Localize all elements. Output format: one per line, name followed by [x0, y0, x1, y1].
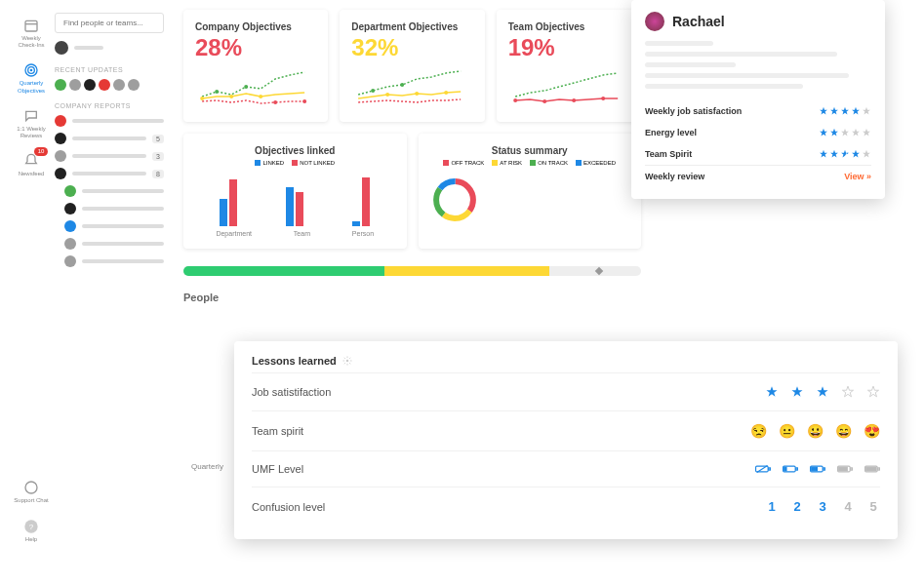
status-summary-card[interactable]: Status summary OFF TRACK AT RISK ON TRAC… [419, 134, 642, 249]
bar [296, 192, 303, 226]
svg-point-16 [400, 83, 404, 87]
donut-chart [430, 176, 479, 224]
tree-item[interactable] [64, 238, 164, 250]
nav-help[interactable]: ? Help [21, 515, 41, 547]
star-icon [840, 149, 850, 159]
star-icon[interactable] [816, 385, 829, 399]
emoji-sad-icon[interactable]: 😒 [750, 423, 767, 439]
svg-rect-0 [25, 20, 37, 31]
star-icon[interactable] [841, 385, 855, 399]
placeholder-line [82, 207, 164, 211]
svg-rect-39 [851, 468, 853, 470]
nav-weekly-reviews[interactable]: 1:1 Weekly Reviews [12, 104, 51, 143]
bar [220, 199, 227, 226]
emoji-hearteyes-icon[interactable]: 😍 [864, 423, 880, 439]
department-objectives-card[interactable]: Department Objectives 32% [340, 10, 484, 122]
rating-1[interactable]: 1 [765, 499, 779, 514]
objectives-linked-card[interactable]: Objectives linked LINKED NOT LINKED Depa… [183, 134, 407, 249]
svg-point-23 [601, 97, 605, 100]
star-icon[interactable] [866, 385, 880, 399]
bar-label: Department [216, 230, 252, 237]
nav-quarterly-objectives[interactable]: Quarterly Objectives [12, 58, 51, 98]
tree-item[interactable]: 3 [55, 150, 164, 162]
avatar [64, 255, 76, 267]
nav-support-chat[interactable]: Support Chat [12, 476, 50, 508]
legend-item: NOT LINKED [292, 160, 335, 166]
emoji-smile-icon[interactable]: 😀 [807, 423, 824, 439]
legend: OFF TRACK AT RISK ON TRACK EXCEEDED [430, 160, 630, 166]
avatar[interactable] [128, 79, 140, 91]
team-objectives-card[interactable]: Team Objectives 19% [497, 10, 641, 122]
view-link[interactable]: View » [844, 172, 871, 181]
star-icon [829, 149, 839, 159]
svg-point-18 [415, 92, 419, 96]
legend-item: AT RISK [492, 160, 522, 166]
tree-item[interactable]: 5 [55, 133, 164, 144]
star-icon [840, 106, 850, 116]
legend-color [443, 160, 449, 166]
avatar [64, 185, 76, 197]
nav-label: Support Chat [14, 497, 48, 504]
emoji-rating[interactable]: 😒 😐 😀 😄 😍 [750, 423, 880, 439]
avatar[interactable] [69, 79, 81, 91]
lessons-title-text: Lessons learned [252, 355, 337, 367]
rating-3[interactable]: 3 [816, 499, 829, 514]
tree-item[interactable]: 8 [55, 168, 164, 179]
gear-icon[interactable] [342, 356, 352, 366]
placeholder-line [645, 41, 713, 46]
chat-icon [23, 108, 39, 124]
card-percent: 28% [195, 34, 316, 61]
nav-weekly-checkins[interactable]: Weekly Check-Ins [12, 14, 51, 53]
battery-mid-icon[interactable] [810, 464, 825, 474]
bar [229, 179, 237, 226]
popup-metric-row: Weekly job satisfaction [645, 100, 871, 122]
svg-point-17 [385, 93, 389, 97]
battery-rating[interactable] [755, 464, 880, 474]
person-row[interactable] [55, 41, 164, 55]
battery-empty-icon[interactable] [755, 464, 771, 474]
popup-review-row: Weekly review View » [645, 165, 871, 187]
star-icon[interactable] [765, 385, 779, 399]
battery-high-icon[interactable] [837, 464, 853, 474]
main-content: Company Objectives 28% Department Object… [183, 10, 641, 303]
svg-point-10 [259, 95, 262, 98]
battery-low-icon[interactable] [783, 464, 798, 474]
tree-item[interactable] [55, 115, 164, 127]
emoji-neutral-icon[interactable]: 😐 [779, 423, 795, 439]
rating-4[interactable]: 4 [841, 499, 855, 514]
popup-header: Rachael [645, 12, 871, 31]
star-icon[interactable] [790, 385, 804, 399]
tree-item[interactable] [64, 220, 164, 232]
placeholder-line [82, 189, 164, 193]
nav-label: Weekly Check-Ins [14, 35, 49, 49]
badge: 10 [34, 147, 49, 156]
rating-2[interactable]: 2 [790, 499, 804, 514]
avatar[interactable] [55, 79, 66, 91]
avatar[interactable] [113, 79, 125, 91]
star-rating[interactable] [765, 385, 880, 399]
emoji-grin-icon[interactable]: 😄 [835, 423, 852, 439]
rating-5[interactable]: 5 [866, 499, 880, 514]
tree-item[interactable] [64, 255, 164, 267]
placeholder-line [72, 136, 146, 140]
number-rating[interactable]: 1 2 3 4 5 [765, 499, 880, 514]
tree-item[interactable] [64, 185, 164, 197]
company-objectives-card[interactable]: Company Objectives 28% [183, 10, 328, 122]
avatar[interactable] [84, 79, 96, 91]
avatar[interactable] [99, 79, 110, 91]
search-input[interactable] [55, 13, 164, 33]
card-title: Department Objectives [351, 21, 472, 32]
star-rating [819, 149, 871, 159]
popup-metric-row: Energy level [645, 122, 871, 143]
tree-item[interactable] [64, 203, 164, 214]
lesson-label: Confusion level [252, 501, 325, 513]
svg-point-8 [200, 97, 204, 100]
battery-full-icon[interactable] [864, 464, 880, 474]
placeholder-line [82, 224, 164, 228]
bar-group [286, 187, 303, 226]
badge: 8 [152, 170, 164, 178]
review-label: Weekly review [645, 172, 704, 181]
lesson-row-satisfaction: Job satistifaction [252, 372, 880, 410]
avatar [645, 12, 664, 31]
nav-newsfeed[interactable]: 10 Newsfeed [17, 149, 47, 181]
